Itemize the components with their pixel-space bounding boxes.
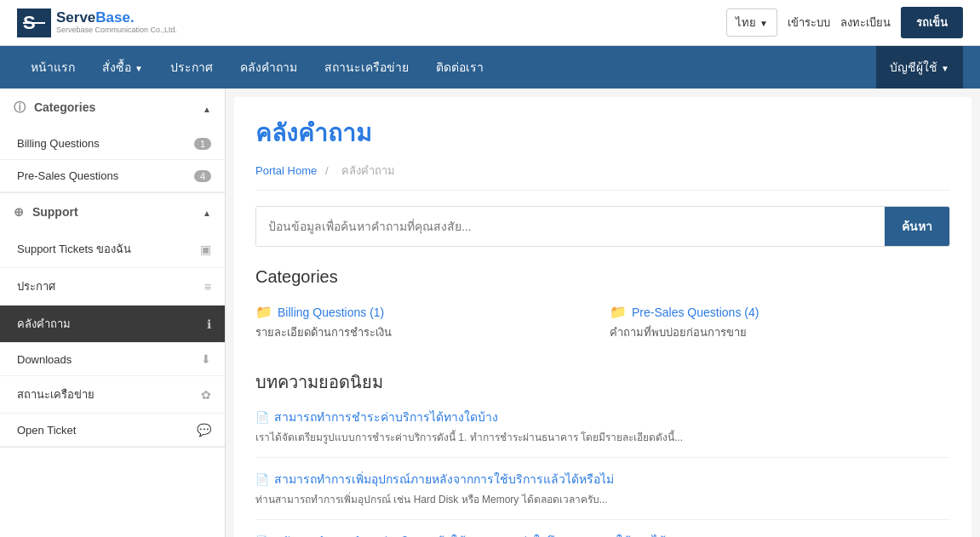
- search-box: ค้นหา: [255, 206, 950, 247]
- main-content: คลังคำถาม Portal Home / คลังคำถาม ค้นหา …: [234, 97, 971, 537]
- sidebar-item-open-ticket[interactable]: Open Ticket 💬: [0, 414, 225, 447]
- sidebar-item-announce[interactable]: ประกาศ ≡: [0, 268, 225, 306]
- page-title: คลังคำถาม: [255, 114, 950, 151]
- main-layout: ⓘ Categories Billing Questions 1 Pre-Sal…: [0, 89, 980, 537]
- nav-order-label: สั่งซื้อ: [102, 58, 131, 77]
- list-icon: ≡: [204, 280, 211, 294]
- presales-category-link[interactable]: 📁 Pre-Sales Questions (4): [610, 304, 950, 320]
- chevron-down-icon: [759, 16, 768, 29]
- nav-faq[interactable]: คลังคำถาม: [226, 46, 311, 89]
- categories-heading: Categories: [255, 267, 950, 287]
- tickets-label: Support Tickets ของฉัน: [17, 240, 131, 258]
- nav-contact[interactable]: ติดต่อเรา: [422, 46, 497, 89]
- download-icon: ⬇: [201, 352, 211, 366]
- folder-icon: 📁: [610, 304, 627, 320]
- chevron-up-icon: [203, 101, 211, 115]
- downloads-label: Downloads: [17, 353, 72, 366]
- billing-cat-title: Billing Questions (1): [278, 306, 384, 319]
- sidebar-item-billing[interactable]: Billing Questions 1: [0, 128, 225, 160]
- search-input[interactable]: [256, 207, 885, 246]
- article-title-2[interactable]: 📄 หลังจากทำการชำระค่าบริการแล้วใช้เวลานา…: [255, 532, 950, 537]
- cart-button[interactable]: รถเข็น: [901, 7, 963, 38]
- sidebar-support-section: ⊕ Support Support Tickets ของฉัน ▣ ประกา…: [0, 193, 225, 448]
- top-right: ไทย เข้าระบบ ลงทะเบียน รถเข็น: [726, 7, 963, 38]
- search-button[interactable]: ค้นหา: [885, 207, 949, 246]
- article-title-0[interactable]: 📄 สามารถทำการชำระค่าบริการได้ทางใดบ้าง: [255, 408, 950, 426]
- logo-brand: ServeBase. Servebase Communication Co.,L…: [56, 10, 177, 35]
- sidebar-item-tickets[interactable]: Support Tickets ของฉัน ▣: [0, 231, 225, 268]
- presales-badge: 4: [194, 170, 211, 182]
- faq-label: คลังคำถาม: [17, 315, 71, 333]
- announce-label: ประกาศ: [17, 277, 55, 295]
- network-icon: ✿: [201, 388, 211, 402]
- document-icon: 📄: [255, 411, 269, 424]
- network-label: สถานะเครือข่าย: [17, 386, 95, 403]
- logo-icon: S: [17, 9, 51, 37]
- chat-icon: 💬: [197, 423, 211, 437]
- lang-label: ไทย: [736, 14, 756, 31]
- nav-bar: หน้าแรก สั่งซื้อ ประกาศ คลังคำถาม สถานะเ…: [0, 46, 980, 89]
- breadcrumb-home[interactable]: Portal Home: [255, 164, 317, 177]
- article-item: 📄 หลังจากทำการชำระค่าบริการแล้วใช้เวลานา…: [255, 532, 950, 537]
- chevron-down-icon: [941, 60, 949, 74]
- billing-cat-desc: รายละเอียดด้านการชำระเงิน: [255, 323, 596, 341]
- sidebar-item-downloads[interactable]: Downloads ⬇: [0, 343, 225, 376]
- sidebar-item-network[interactable]: สถานะเครือข่าย ✿: [0, 376, 225, 414]
- language-button[interactable]: ไทย: [726, 9, 777, 37]
- nav-order[interactable]: สั่งซื้อ: [89, 46, 157, 89]
- nav-announce[interactable]: ประกาศ: [157, 46, 226, 89]
- nav-home[interactable]: หน้าแรก: [17, 46, 89, 89]
- article-excerpt-1: ท่านสามารถทำการเพิ่มอุปกรณ์ เช่น Hard Di…: [255, 492, 950, 507]
- account-label: บัญชีผู้ใช้: [890, 58, 937, 77]
- billing-label: Billing Questions: [17, 137, 100, 150]
- categories-grid: 📁 Billing Questions (1) รายละเอียดด้านกา…: [255, 300, 950, 345]
- presales-cat-title: Pre-Sales Questions (4): [632, 306, 759, 319]
- nav-right: บัญชีผู้ใช้: [876, 46, 963, 89]
- popular-heading: บทความยอดนิยม: [255, 368, 950, 396]
- register-button[interactable]: ลงทะเบียน: [840, 14, 891, 31]
- articles-list: 📄 สามารถทำการชำระค่าบริการได้ทางใดบ้าง เ…: [255, 408, 950, 537]
- presales-label: Pre-Sales Questions: [17, 169, 118, 182]
- article-excerpt-0: เราได้จัดเตรียมรูปแบบการชำระค่าบริการดัง…: [255, 430, 950, 445]
- sidebar-item-faq[interactable]: คลังคำถาม ℹ: [0, 306, 225, 343]
- folder-icon: 📁: [255, 304, 272, 320]
- sidebar-item-presales[interactable]: Pre-Sales Questions 4: [0, 160, 225, 192]
- info-icon: ℹ: [207, 317, 211, 331]
- breadcrumb-current: คลังคำถาม: [341, 164, 395, 177]
- login-button[interactable]: เข้าระบบ: [788, 14, 830, 31]
- breadcrumb-separator: /: [325, 164, 329, 177]
- article-item: 📄 สามารถทำการเพิ่มอุปกรณ์ภายหลังจากการใช…: [255, 470, 950, 520]
- ticket-icon: ▣: [200, 243, 211, 256]
- billing-category-link[interactable]: 📁 Billing Questions (1): [255, 304, 596, 320]
- chevron-down-icon: [135, 60, 143, 74]
- breadcrumb: Portal Home / คลังคำถาม: [255, 162, 950, 191]
- sidebar-categories-header[interactable]: ⓘ Categories: [0, 89, 225, 128]
- category-billing: 📁 Billing Questions (1) รายละเอียดด้านกา…: [255, 300, 596, 345]
- billing-badge: 1: [194, 138, 211, 150]
- sidebar-categories-label: ⓘ Categories: [14, 100, 95, 116]
- nav-left: หน้าแรก สั่งซื้อ ประกาศ คลังคำถาม สถานะเ…: [17, 46, 497, 89]
- document-icon: 📄: [255, 473, 269, 486]
- open-ticket-label: Open Ticket: [17, 424, 76, 437]
- top-bar: S ServeBase. Servebase Communication Co.…: [0, 0, 980, 46]
- sidebar-categories-section: ⓘ Categories Billing Questions 1 Pre-Sal…: [0, 89, 225, 193]
- chevron-up-icon: [203, 205, 211, 219]
- nav-account[interactable]: บัญชีผู้ใช้: [876, 46, 963, 89]
- category-presales: 📁 Pre-Sales Questions (4) คำถามที่พบบ่อย…: [610, 300, 950, 345]
- nav-network[interactable]: สถานะเครือข่าย: [311, 46, 422, 89]
- sidebar-support-header[interactable]: ⊕ Support: [0, 193, 225, 231]
- presales-cat-desc: คำถามที่พบบ่อยก่อนการขาย: [610, 323, 950, 341]
- article-item: 📄 สามารถทำการชำระค่าบริการได้ทางใดบ้าง เ…: [255, 408, 950, 458]
- sidebar-support-label: ⊕ Support: [14, 205, 78, 219]
- logo: S ServeBase. Servebase Communication Co.…: [17, 9, 177, 37]
- sidebar: ⓘ Categories Billing Questions 1 Pre-Sal…: [0, 89, 226, 537]
- article-title-1[interactable]: 📄 สามารถทำการเพิ่มอุปกรณ์ภายหลังจากการใช…: [255, 470, 950, 488]
